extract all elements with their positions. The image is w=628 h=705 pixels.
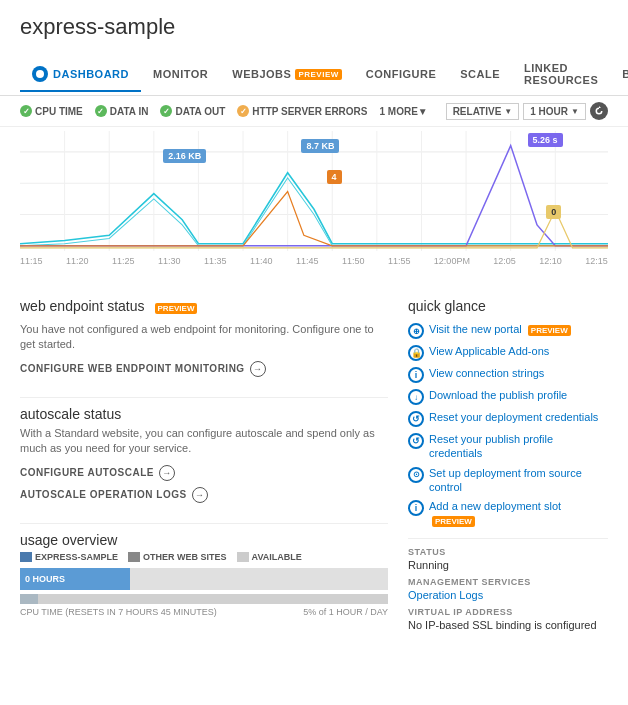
- status-value: Running: [408, 559, 608, 571]
- autoscale-logs-link[interactable]: AUTOSCALE OPERATION LOGS →: [20, 487, 388, 503]
- qg-connection-strings[interactable]: i View connection strings: [408, 366, 608, 383]
- info-icon-2: i: [408, 500, 424, 516]
- tab-linked-resources[interactable]: LINKED RESOURCES: [512, 54, 610, 96]
- httperr-dot: ✓: [237, 105, 249, 117]
- usage-bar-fill: 0 HOURS: [20, 568, 130, 590]
- reset-icon-2: ↺: [408, 433, 424, 449]
- app-header: express-sample: [0, 0, 628, 54]
- legend-available: AVAILABLE: [237, 552, 302, 562]
- web-endpoint-arrow: →: [250, 361, 266, 377]
- refresh-button[interactable]: [590, 102, 608, 120]
- autoscale-desc: With a Standard website, you can configu…: [20, 426, 388, 457]
- usage-bar-label: 0 HOURS: [25, 574, 65, 584]
- status-section: STATUS Running MANAGEMENT SERVICES Opera…: [408, 538, 608, 631]
- time-dropdown[interactable]: 1 HOUR ▼: [523, 103, 586, 120]
- metric-data-in[interactable]: ✓ DATA IN: [95, 105, 149, 117]
- web-endpoint-preview: PREVIEW: [155, 303, 198, 314]
- reset-icon-1: ↺: [408, 411, 424, 427]
- qg-deployment-creds[interactable]: ↺ Reset your deployment credentials: [408, 410, 608, 427]
- webjobs-preview-badge: PREVIEW: [295, 69, 341, 80]
- usage-footnote: CPU TIME (RESETS IN 7 HOURS 45 MINUTES) …: [20, 607, 388, 617]
- tooltip-87kb: 8.7 KB: [301, 139, 339, 153]
- metrics-bar: ✓ CPU TIME ✓ DATA IN ✓ DATA OUT ✓ HTTP S…: [0, 96, 628, 127]
- tooltip-4: 4: [327, 170, 342, 184]
- autoscale-section: autoscale status With a Standard website…: [20, 406, 388, 503]
- qg-visit-portal[interactable]: ⊕ Visit the new portal PREVIEW: [408, 322, 608, 339]
- progress-fill: [20, 594, 38, 604]
- web-endpoint-section: web endpoint status PREVIEW You have not…: [20, 298, 388, 377]
- divider2: [20, 523, 388, 524]
- lock-icon: 🔒: [408, 345, 424, 361]
- dashboard-icon: [32, 66, 48, 82]
- qg-publish-creds[interactable]: ↺ Reset your publish profile credentials: [408, 432, 608, 461]
- nav-tabs: DASHBOARD MONITOR WEBJOBS PREVIEW CONFIG…: [0, 54, 628, 96]
- globe-icon: ⊕: [408, 323, 424, 339]
- tab-backups[interactable]: BACKUPS: [610, 60, 628, 90]
- legend-express: EXPRESS-SAMPLE: [20, 552, 118, 562]
- legend-other: OTHER WEB SITES: [128, 552, 227, 562]
- tab-monitor[interactable]: MONITOR: [141, 60, 220, 90]
- right-column: quick glance ⊕ Visit the new portal PREV…: [408, 298, 608, 637]
- quick-glance-title: quick glance: [408, 298, 608, 314]
- qg-publish-profile[interactable]: ↓ Download the publish profile: [408, 388, 608, 405]
- svg-point-0: [36, 70, 44, 78]
- app-title: express-sample: [20, 14, 608, 40]
- legend-swatch-other: [128, 552, 140, 562]
- tooltip-0: 0: [546, 205, 561, 219]
- vip-value: No IP-based SSL binding is configured: [408, 619, 608, 631]
- tab-dashboard[interactable]: DASHBOARD: [20, 58, 141, 92]
- download-icon: ↓: [408, 389, 424, 405]
- autoscale-title: autoscale status: [20, 406, 388, 422]
- web-endpoint-title: web endpoint status: [20, 298, 145, 314]
- progress-bar: [20, 594, 388, 604]
- web-endpoint-desc: You have not configured a web endpoint f…: [20, 322, 388, 353]
- link-icon: ⊙: [408, 467, 424, 483]
- mgmt-label: MANAGEMENT SERVICES: [408, 577, 608, 587]
- configure-web-endpoint-link[interactable]: CONFIGURE WEB ENDPOINT MONITORING →: [20, 361, 388, 377]
- svg-marker-1: [599, 106, 601, 108]
- configure-autoscale-link[interactable]: CONFIGURE AUTOSCALE →: [20, 465, 388, 481]
- metric-cpu-time[interactable]: ✓ CPU TIME: [20, 105, 83, 117]
- metric-http-errors[interactable]: ✓ HTTP SERVER ERRORS: [237, 105, 367, 117]
- tab-webjobs[interactable]: WEBJOBS PREVIEW: [220, 60, 354, 90]
- chart-container: 2.16 KB 8.7 KB 4 5.26 s 0: [0, 127, 628, 282]
- qg-source-control[interactable]: ⊙ Set up deployment from source control: [408, 466, 608, 495]
- left-column: web endpoint status PREVIEW You have not…: [20, 298, 388, 637]
- dataout-dot: ✓: [160, 105, 172, 117]
- status-label: STATUS: [408, 547, 608, 557]
- cpu-dot: ✓: [20, 105, 32, 117]
- autoscale-arrow1: →: [159, 465, 175, 481]
- metric-more[interactable]: 1 MORE ▼: [380, 106, 428, 117]
- tab-configure[interactable]: CONFIGURE: [354, 60, 449, 90]
- divider1: [20, 397, 388, 398]
- metric-data-out[interactable]: ✓ DATA OUT: [160, 105, 225, 117]
- usage-title: usage overview: [20, 532, 388, 548]
- info-icon: i: [408, 367, 424, 383]
- tooltip-2kb: 2.16 KB: [163, 149, 206, 163]
- usage-section: usage overview EXPRESS-SAMPLE OTHER WEB …: [20, 532, 388, 617]
- legend-swatch-available: [237, 552, 249, 562]
- qg-deployment-slot[interactable]: i Add a new deployment slot PREVIEW: [408, 499, 608, 528]
- mgmt-link[interactable]: Operation Logs: [408, 589, 608, 601]
- legend-swatch-express: [20, 552, 32, 562]
- tooltip-526s: 5.26 s: [528, 133, 563, 147]
- qg-add-ons[interactable]: 🔒 View Applicable Add-ons: [408, 344, 608, 361]
- main-content: web endpoint status PREVIEW You have not…: [0, 282, 628, 653]
- autoscale-arrow2: →: [192, 487, 208, 503]
- usage-bar: 0 HOURS: [20, 568, 388, 590]
- relative-dropdown[interactable]: RELATIVE ▼: [446, 103, 520, 120]
- tab-scale[interactable]: SCALE: [448, 60, 512, 90]
- datain-dot: ✓: [95, 105, 107, 117]
- chart-time-labels: 11:15 11:20 11:25 11:30 11:35 11:40 11:4…: [20, 254, 608, 266]
- usage-legend: EXPRESS-SAMPLE OTHER WEB SITES AVAILABLE: [20, 552, 388, 562]
- vip-label: VIRTUAL IP ADDRESS: [408, 607, 608, 617]
